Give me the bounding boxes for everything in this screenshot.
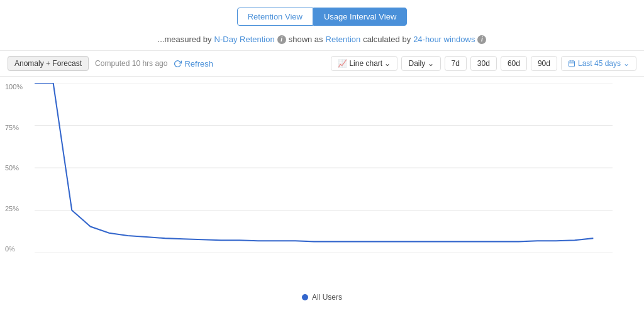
date-range-button[interactable]: Last 45 days ⌄: [561, 56, 636, 71]
calculated-by-label: calculated by: [363, 35, 411, 44]
view-tabs: Retention View Usage Interval View: [0, 0, 644, 31]
shown-as-label: shown as: [289, 35, 323, 44]
y-axis-labels: 100% 75% 50% 25% 0%: [5, 83, 23, 253]
refresh-icon: [174, 60, 182, 68]
date-range-chevron: ⌄: [623, 59, 630, 68]
chart-svg: Day 0 Day 1 Day 2 Day 3 Day 4 Day 5 Day …: [35, 83, 613, 253]
chart-controls: 📈 Line chart ⌄ Daily ⌄ 7d 30d 60d 90d La…: [331, 56, 636, 71]
chart-type-button[interactable]: 📈 Line chart ⌄: [331, 56, 397, 71]
chart-type-chevron: ⌄: [384, 59, 391, 68]
shown-as-value[interactable]: Retention: [326, 35, 361, 44]
chart-type-text: Line chart: [349, 59, 382, 68]
refresh-button[interactable]: Refresh: [174, 59, 213, 69]
svg-rect-0: [569, 61, 574, 67]
legend-dot-all-users: [302, 294, 308, 300]
frequency-chevron: ⌄: [428, 59, 434, 68]
retention-line: [35, 83, 593, 241]
range-60d-button[interactable]: 60d: [501, 56, 527, 71]
measured-by-row: ...measured by N-Day Retention i shown a…: [0, 31, 644, 50]
frequency-button[interactable]: Daily ⌄: [401, 56, 440, 71]
tab-usage-interval-view[interactable]: Usage Interval View: [313, 8, 407, 26]
calendar-icon: [568, 60, 575, 67]
frequency-text: Daily: [408, 59, 425, 68]
range-90d-button[interactable]: 90d: [531, 56, 557, 71]
y-label-50: 50%: [5, 164, 23, 172]
info-icon-2[interactable]: i: [477, 35, 486, 44]
range-7d-button[interactable]: 7d: [445, 56, 467, 71]
chart-legend: All Users: [0, 290, 644, 307]
y-label-25: 25%: [5, 205, 23, 212]
tab-retention-view[interactable]: Retention View: [237, 8, 313, 26]
date-range-text: Last 45 days: [578, 59, 621, 68]
chart-type-label: 📈: [338, 59, 349, 68]
calculated-by-value[interactable]: 24-hour windows: [413, 35, 475, 44]
refresh-label: Refresh: [184, 59, 213, 69]
info-icon-1[interactable]: i: [277, 35, 286, 44]
computed-time-text: Computed 10 hrs ago: [95, 59, 167, 68]
legend-label-all-users: All Users: [312, 293, 342, 302]
y-label-75: 75%: [5, 124, 23, 131]
y-label-100: 100%: [5, 83, 23, 90]
anomaly-forecast-badge: Anomaly + Forecast: [8, 56, 89, 71]
y-label-0: 0%: [5, 245, 23, 253]
range-30d-button[interactable]: 30d: [470, 56, 497, 71]
measured-by-prefix: ...measured by: [158, 35, 212, 44]
chart-toolbar: Anomaly + Forecast Computed 10 hrs ago R…: [0, 50, 644, 77]
chart-container: 100% 75% 50% 25% 0% Day 0 Day 1 Day 2 Da…: [0, 77, 644, 290]
retention-type-link[interactable]: N-Day Retention: [214, 35, 275, 44]
